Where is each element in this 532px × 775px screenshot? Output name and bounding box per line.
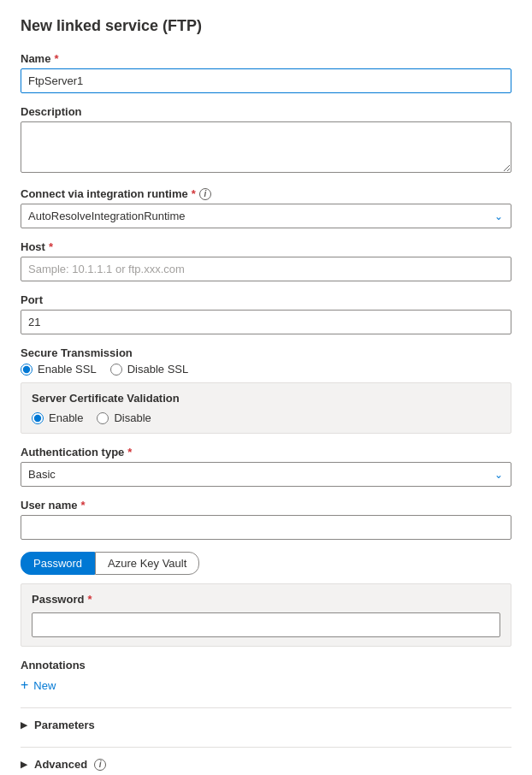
- enable-ssl-option[interactable]: Enable SSL: [21, 363, 97, 376]
- runtime-label: Connect via integration runtime * i: [21, 187, 511, 200]
- port-input[interactable]: [21, 310, 511, 334]
- secure-transmission-label: Secure Transmission: [21, 346, 511, 359]
- advanced-divider: [21, 747, 511, 748]
- password-input[interactable]: [32, 612, 500, 637]
- host-required: *: [49, 240, 53, 253]
- cert-enable-option[interactable]: Enable: [32, 411, 83, 424]
- cert-validation-box: Server Certificate Validation Enable Dis…: [21, 382, 511, 434]
- password-inner-box: Password *: [21, 583, 511, 647]
- cert-enable-radio[interactable]: [32, 412, 44, 424]
- name-input[interactable]: [21, 68, 511, 93]
- disable-ssl-radio[interactable]: [110, 364, 122, 376]
- auth-type-label: Authentication type *: [21, 446, 511, 458]
- plus-icon: +: [21, 678, 28, 692]
- parameters-header[interactable]: ▶ Parameters: [21, 712, 511, 738]
- password-tab-group: Password Azure Key Vault: [21, 552, 511, 575]
- annotations-section: Annotations + New: [21, 659, 511, 695]
- advanced-label: Advanced: [34, 758, 87, 771]
- advanced-arrow-icon: ▶: [21, 760, 27, 769]
- cert-disable-option[interactable]: Disable: [97, 411, 151, 424]
- auth-type-select-wrapper: Basic ⌄: [21, 462, 511, 487]
- panel-title: New linked service (FTP): [21, 17, 511, 35]
- name-field-group: Name *: [21, 52, 511, 93]
- username-label: User name *: [21, 499, 511, 512]
- enable-ssl-label: Enable SSL: [38, 363, 97, 376]
- advanced-info-icon[interactable]: i: [94, 759, 106, 771]
- description-field-group: Description: [21, 105, 511, 175]
- cert-validation-label: Server Certificate Validation: [32, 392, 500, 405]
- cert-radio-group: Enable Disable: [32, 411, 500, 424]
- runtime-required: *: [192, 187, 196, 200]
- username-field-group: User name *: [21, 499, 511, 540]
- annotations-label: Annotations: [21, 659, 511, 671]
- secure-transmission-section: Secure Transmission Enable SSL Disable S…: [21, 346, 511, 434]
- enable-ssl-radio[interactable]: [21, 364, 33, 376]
- port-label: Port: [21, 293, 511, 306]
- username-required: *: [80, 499, 85, 512]
- runtime-select[interactable]: AutoResolveIntegrationRuntime: [21, 204, 511, 228]
- keyvault-tab[interactable]: Azure Key Vault: [95, 552, 199, 575]
- description-input[interactable]: [21, 121, 511, 173]
- parameters-section: ▶ Parameters: [21, 707, 511, 738]
- host-field-group: Host *: [21, 240, 511, 281]
- username-input[interactable]: [21, 515, 511, 540]
- new-annotation-button[interactable]: + New: [21, 675, 56, 695]
- disable-ssl-label: Disable SSL: [127, 363, 189, 376]
- password-section: Password Azure Key Vault Password *: [21, 552, 511, 647]
- name-required: *: [54, 52, 58, 65]
- cert-disable-label: Disable: [114, 411, 151, 424]
- runtime-select-wrapper: AutoResolveIntegrationRuntime ⌄: [21, 204, 511, 228]
- main-panel: New linked service (FTP) Name * Descript…: [0, 0, 532, 775]
- host-label: Host *: [21, 240, 511, 253]
- parameters-divider: [21, 707, 511, 708]
- password-label: Password *: [32, 593, 500, 606]
- runtime-info-icon[interactable]: i: [199, 188, 211, 200]
- cert-disable-radio[interactable]: [97, 412, 109, 424]
- auth-required: *: [127, 446, 132, 458]
- auth-type-select[interactable]: Basic: [21, 462, 511, 487]
- parameters-arrow-icon: ▶: [21, 720, 27, 730]
- password-tab[interactable]: Password: [21, 552, 95, 575]
- cert-enable-label: Enable: [49, 411, 83, 424]
- ssl-radio-group: Enable SSL Disable SSL: [21, 363, 511, 376]
- password-required: *: [87, 593, 92, 606]
- port-field-group: Port: [21, 293, 511, 334]
- parameters-label: Parameters: [34, 719, 95, 731]
- host-input[interactable]: [21, 257, 511, 281]
- disable-ssl-option[interactable]: Disable SSL: [110, 363, 189, 376]
- runtime-field-group: Connect via integration runtime * i Auto…: [21, 187, 511, 228]
- name-label: Name *: [21, 52, 511, 65]
- auth-type-field-group: Authentication type * Basic ⌄: [21, 446, 511, 487]
- advanced-section: ▶ Advanced i: [21, 747, 511, 775]
- advanced-header[interactable]: ▶ Advanced i: [21, 751, 511, 775]
- description-label: Description: [21, 105, 511, 118]
